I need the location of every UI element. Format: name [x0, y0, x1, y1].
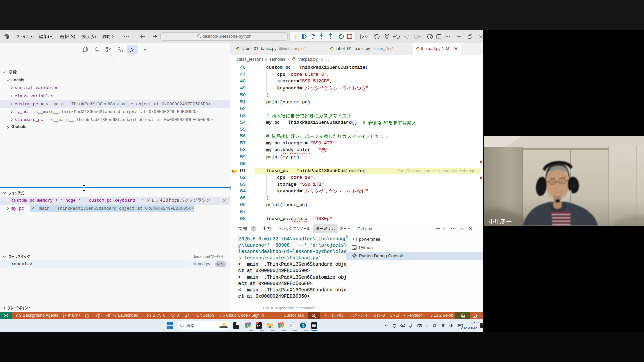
svg-text:PC: PC [257, 325, 260, 327]
